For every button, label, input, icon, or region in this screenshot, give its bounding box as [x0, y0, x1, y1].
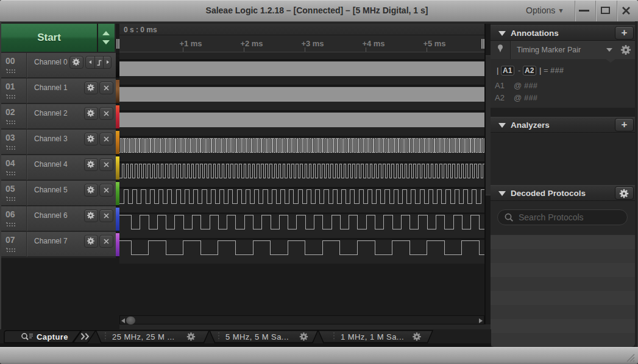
svg-text:Capture: Capture: [37, 332, 68, 341]
svg-text:1 MHz, 1 M Sa...: 1 MHz, 1 M Sa...: [341, 332, 404, 341]
svg-text:25 MHz, 25 M ...: 25 MHz, 25 M ...: [112, 332, 175, 341]
svg-text:5 MHz, 5 M Sa...: 5 MHz, 5 M Sa...: [225, 332, 289, 341]
